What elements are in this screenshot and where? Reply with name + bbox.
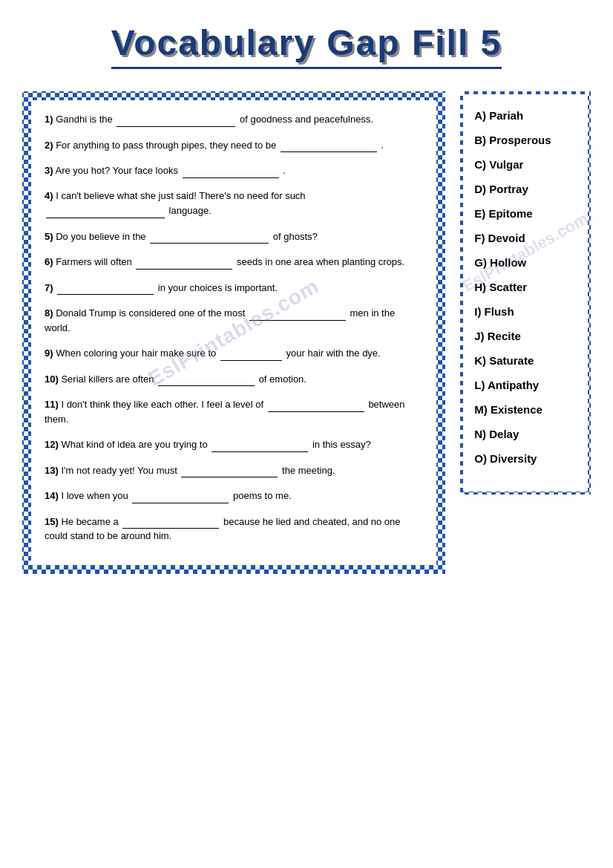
- page-title: Vocabulary Gap Fill 5: [22, 22, 591, 69]
- question-item: 2) For anything to pass through pipes, t…: [45, 137, 423, 153]
- questions-inner: EslPrintables.com 1) Gandhi is the of go…: [31, 100, 436, 565]
- question-item: 15) He became a because he lied and chea…: [45, 514, 423, 544]
- questions-panel: EslPrintables.com 1) Gandhi is the of go…: [22, 91, 445, 574]
- answer-item: D) Portray: [474, 183, 577, 195]
- answer-item: E) Epitome: [474, 207, 577, 220]
- main-content: EslPrintables.com 1) Gandhi is the of go…: [22, 91, 591, 574]
- answer-item: L) Antipathy: [474, 379, 577, 391]
- answer-item: K) Saturate: [474, 354, 577, 367]
- question-item: 1) Gandhi is the of goodness and peacefu…: [45, 111, 423, 127]
- question-item: 5) Do you believe in the of ghosts?: [45, 229, 423, 244]
- question-item: 12) What kind of idea are you trying to …: [45, 437, 423, 452]
- answers-inner: EslPrintables.com A) PariahB) Prosperous…: [463, 94, 588, 492]
- questions-list: 1) Gandhi is the of goodness and peacefu…: [45, 111, 423, 544]
- answer-item: B) Prosperous: [474, 134, 577, 146]
- question-item: 7) in your choices is important.: [45, 280, 423, 296]
- question-item: 13) I'm not ready yet! You must the meet…: [45, 463, 423, 478]
- question-item: 8) Donald Trump is considered one of the…: [45, 305, 423, 335]
- question-item: 6) Farmers will often seeds in one area …: [45, 254, 423, 270]
- answers-panel: EslPrintables.com A) PariahB) Prosperous…: [460, 91, 591, 495]
- answer-item: G) Hollow: [474, 256, 577, 269]
- answer-item: O) Diversity: [474, 452, 577, 465]
- answer-item: A) Pariah: [474, 109, 577, 122]
- question-item: 11) I don't think they like each other. …: [45, 397, 423, 426]
- question-item: 14) I love when you poems to me.: [45, 488, 423, 503]
- question-item: 10) Serial killers are often of emotion.: [45, 371, 423, 387]
- answer-item: J) Recite: [474, 330, 577, 342]
- answer-item: H) Scatter: [474, 281, 577, 293]
- question-item: 9) When coloring your hair make sure to …: [45, 345, 423, 361]
- answer-item: I) Flush: [474, 305, 577, 318]
- title-text: Vocabulary Gap Fill 5: [111, 22, 502, 69]
- answer-item: C) Vulgar: [474, 158, 577, 171]
- answer-item: M) Existence: [474, 403, 577, 416]
- answer-item: F) Devoid: [474, 232, 577, 244]
- answers-list: A) PariahB) ProsperousC) VulgarD) Portra…: [474, 109, 577, 465]
- answer-item: N) Delay: [474, 428, 577, 440]
- question-item: 3) Are you hot? Your face looks .: [45, 163, 423, 178]
- question-item: 4) I can't believe what she just said! T…: [45, 189, 423, 218]
